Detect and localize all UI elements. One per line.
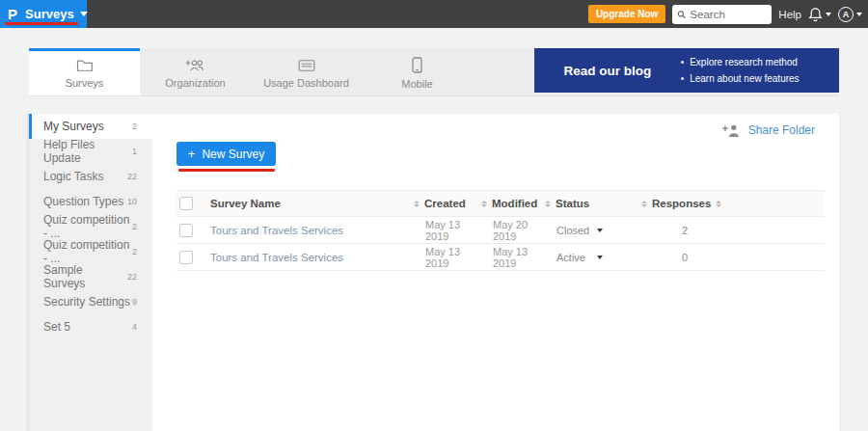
people-add-icon (185, 59, 205, 72)
avatar: A (838, 7, 854, 22)
sort-icon[interactable] (481, 201, 487, 207)
share-folder-icon (722, 124, 741, 137)
main-panel: Share Folder + New Survey Survey Name Cr… (152, 114, 839, 431)
tab-organization[interactable]: Organization (140, 48, 251, 95)
caret-down-icon (856, 13, 862, 16)
promo-bullet: Explore research method (681, 54, 800, 70)
page: P Surveys Upgrade Now Help (0, 0, 868, 431)
mobile-icon (412, 57, 422, 73)
status-dropdown-caret-icon[interactable] (597, 256, 603, 259)
surveys-table: Survey Name Created Modified Status Resp… (176, 190, 825, 271)
share-folder-link[interactable]: Share Folder (722, 123, 815, 137)
sidebar-item-quiz-competition-2[interactable]: Quiz competition - ... 2 (29, 239, 152, 264)
notifications-button[interactable] (808, 7, 831, 22)
survey-name-link[interactable]: Tours and Travels Services (210, 225, 343, 236)
promo-bullets: Explore research method Learn about new … (681, 54, 800, 87)
caret-down-icon (826, 13, 831, 16)
caret-down-icon (80, 12, 88, 16)
table-header-row: Survey Name Created Modified Status Resp… (176, 190, 825, 217)
help-link[interactable]: Help (778, 9, 801, 20)
sidebar-item-label: Help Files Update (43, 138, 132, 165)
sidebar-item-security-settings[interactable]: Security Settings 9 (29, 289, 152, 314)
header-survey-name[interactable]: Survey Name (205, 198, 414, 209)
sidebar-item-quiz-competition-1[interactable]: Quiz competition - ... 2 (29, 214, 152, 239)
table-row: Tours and Travels Services May 13 2019 M… (176, 244, 825, 271)
sidebar-item-label: My Surveys (43, 120, 104, 133)
tab-strip: Surveys Organization Usage Dashboard (29, 48, 839, 96)
modified-cell: May 13 2019 (481, 246, 545, 269)
promo-bullet: Learn about new features (681, 70, 800, 87)
search-box[interactable] (672, 5, 772, 24)
account-menu[interactable]: A (838, 7, 862, 22)
sidebar-item-question-types[interactable]: Question Types 10 (29, 189, 152, 214)
tab-label: Surveys (66, 77, 104, 89)
modified-cell: May 20 2019 (481, 219, 545, 242)
sort-icon[interactable] (414, 201, 420, 207)
sidebar-item-label: Quiz competition - ... (43, 213, 132, 240)
sidebar-item-label: Quiz competition - ... (43, 238, 132, 265)
sidebar-item-count: 2 (132, 121, 137, 131)
annotation-underline-brand (5, 22, 78, 25)
folder-icon (76, 59, 94, 72)
row-checkbox[interactable] (179, 224, 193, 237)
status-value: Closed (545, 225, 589, 236)
status-dropdown-caret-icon[interactable] (597, 229, 603, 232)
sort-icon[interactable] (716, 201, 721, 207)
row-checkbox[interactable] (179, 251, 193, 264)
sidebar-item-count: 22 (127, 272, 137, 282)
created-cell: May 13 2019 (414, 219, 481, 242)
header-responses[interactable]: Responses (641, 198, 699, 209)
product-switcher-label: Surveys (25, 7, 74, 21)
blog-promo-banner[interactable]: Read our blog Explore research method Le… (534, 48, 839, 93)
annotation-underline-new-survey (178, 169, 275, 172)
sidebar-item-label: Sample Surveys (43, 263, 127, 290)
survey-name-link[interactable]: Tours and Travels Services (210, 252, 343, 263)
sidebar-item-label: Security Settings (43, 295, 130, 309)
sidebar-item-count: 4 (132, 322, 137, 332)
search-icon (677, 9, 686, 20)
sidebar-item-label: Question Types (43, 195, 123, 208)
proprofs-logo-icon: P (8, 6, 17, 22)
new-survey-label: New Survey (202, 148, 264, 161)
promo-title: Read our blog (534, 64, 681, 78)
tab-label: Mobile (401, 78, 432, 90)
upgrade-now-button[interactable]: Upgrade Now (588, 5, 665, 23)
sidebar-item-logic-tasks[interactable]: Logic Tasks 22 (29, 164, 152, 189)
table-row: Tours and Travels Services May 13 2019 M… (176, 217, 825, 244)
sidebar-item-count: 10 (127, 197, 137, 206)
sort-icon[interactable] (545, 201, 551, 207)
sidebar-item-sample-surveys[interactable]: Sample Surveys 22 (29, 264, 152, 289)
new-survey-button[interactable]: + New Survey (176, 142, 276, 166)
header-created[interactable]: Created (414, 198, 481, 209)
header-modified[interactable]: Modified (481, 198, 545, 209)
sort-icon[interactable] (641, 201, 647, 207)
plus-icon: + (188, 147, 196, 161)
select-all-checkbox[interactable] (179, 197, 193, 210)
sidebar-item-my-surveys[interactable]: My Surveys 2 (29, 114, 152, 139)
topbar-actions: Upgrade Now Help A (588, 0, 862, 28)
sidebar-item-label: Set 5 (43, 320, 70, 334)
sidebar-item-count: 22 (127, 172, 137, 181)
tab-label: Usage Dashboard (263, 77, 349, 89)
dashboard-card-icon (298, 59, 315, 72)
tab-usage-dashboard[interactable]: Usage Dashboard (251, 48, 362, 95)
folders-sidebar: My Surveys 2 Help Files Update 1 Logic T… (27, 114, 152, 431)
tab-label: Organization (165, 77, 225, 89)
share-folder-label: Share Folder (748, 123, 815, 137)
sidebar-item-count: 9 (132, 297, 137, 307)
tab-surveys[interactable]: Surveys (29, 48, 140, 95)
header-status[interactable]: Status (545, 198, 641, 209)
sidebar-item-count: 1 (132, 147, 137, 156)
created-cell: May 13 2019 (414, 246, 481, 269)
sidebar-item-help-files-update[interactable]: Help Files Update 1 (29, 139, 152, 164)
sidebar-item-set-5[interactable]: Set 5 4 (29, 314, 152, 339)
sidebar-item-count: 2 (132, 222, 137, 231)
tab-mobile[interactable]: Mobile (362, 48, 473, 95)
sidebar-item-label: Logic Tasks (43, 170, 103, 183)
search-input[interactable] (690, 9, 767, 20)
status-value: Active (545, 252, 585, 263)
responses-count: 0 (641, 252, 688, 263)
responses-count: 2 (641, 225, 688, 236)
bell-icon (808, 7, 823, 22)
topbar: P Surveys Upgrade Now Help (0, 0, 868, 28)
